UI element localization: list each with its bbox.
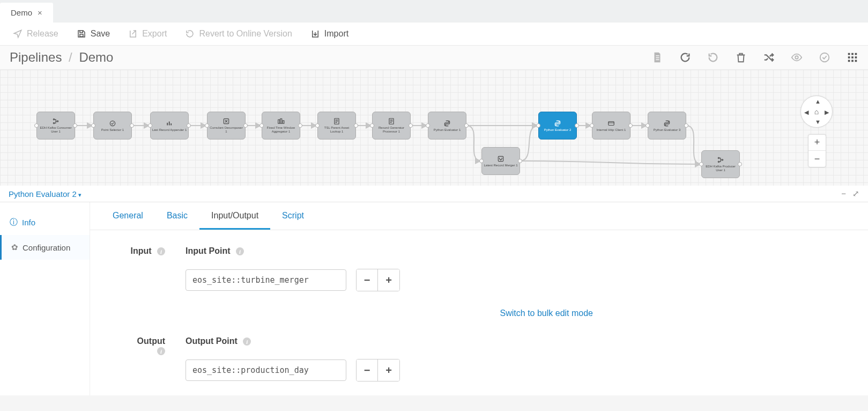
pipeline-node[interactable]: Python Evaluator 2 bbox=[538, 112, 577, 140]
svg-rect-25 bbox=[283, 121, 284, 123]
properties-leftnav: ⓘ Info ✿ Configuration bbox=[0, 202, 90, 395]
port-in[interactable] bbox=[315, 123, 320, 128]
node-label: Python Evaluator 2 bbox=[543, 128, 573, 132]
doc-icon bbox=[387, 118, 396, 125]
validate-icon[interactable] bbox=[819, 52, 830, 63]
properties-title-dropdown[interactable]: Python Evaluator 2 bbox=[9, 189, 81, 199]
remove-output-point-button[interactable]: − bbox=[357, 359, 378, 381]
trash-icon[interactable] bbox=[735, 52, 747, 63]
svg-point-18 bbox=[110, 121, 115, 126]
port-out[interactable] bbox=[130, 123, 134, 128]
add-input-point-button[interactable]: + bbox=[378, 269, 399, 291]
pipeline-node[interactable]: Record Generator Processor 1 bbox=[372, 112, 411, 140]
pipeline-node[interactable]: Point Selector 1 bbox=[93, 112, 132, 140]
zoom-out-button[interactable]: − bbox=[808, 151, 826, 167]
pan-right-icon[interactable]: ▶ bbox=[825, 109, 829, 116]
port-in[interactable] bbox=[91, 123, 95, 128]
pipeline-canvas[interactable]: ▲ ▼ ◀ ▶ ⌂ + − EDH Kafka Consumer User 1P… bbox=[0, 70, 868, 186]
svg-rect-14 bbox=[855, 60, 857, 62]
close-icon[interactable]: × bbox=[38, 8, 42, 17]
remove-input-point-button[interactable]: − bbox=[357, 269, 378, 291]
output-point-field[interactable] bbox=[186, 359, 346, 381]
pan-up-icon[interactable]: ▲ bbox=[815, 98, 821, 105]
home-icon[interactable]: ⌂ bbox=[814, 107, 819, 116]
leftnav-info[interactable]: ⓘ Info bbox=[0, 210, 90, 235]
port-out[interactable] bbox=[738, 162, 742, 166]
document-icon[interactable] bbox=[651, 52, 663, 63]
shuffle-icon[interactable] bbox=[763, 52, 775, 63]
apps-grid-icon[interactable] bbox=[847, 52, 858, 63]
undo-icon[interactable] bbox=[679, 52, 691, 63]
svg-rect-1 bbox=[656, 55, 659, 56]
editor-tab[interactable]: Demo × bbox=[0, 3, 53, 23]
port-in[interactable] bbox=[205, 123, 209, 128]
pipeline-node[interactable]: Python Evaluator 1 bbox=[428, 112, 466, 140]
visibility-icon[interactable] bbox=[791, 52, 803, 63]
input-point-field[interactable] bbox=[186, 269, 346, 291]
port-out[interactable] bbox=[575, 123, 579, 128]
port-out[interactable] bbox=[518, 159, 522, 163]
redo-icon[interactable] bbox=[707, 52, 719, 63]
page-header: Pipelines / Demo bbox=[0, 46, 868, 70]
pan-down-icon[interactable]: ▼ bbox=[815, 119, 821, 125]
port-out[interactable] bbox=[354, 123, 358, 128]
output-point-title: Output Point i bbox=[186, 336, 593, 346]
node-label: Python Evaluator 3 bbox=[652, 128, 682, 132]
revert-button[interactable]: Revert to Online Version bbox=[185, 29, 292, 39]
port-in[interactable] bbox=[34, 123, 39, 128]
bulk-edit-link[interactable]: Switch to bulk edit mode bbox=[186, 309, 593, 318]
port-in[interactable] bbox=[536, 123, 540, 128]
port-out[interactable] bbox=[409, 123, 413, 128]
expand-icon[interactable]: ⤢ bbox=[852, 189, 859, 199]
cancel-icon bbox=[221, 118, 231, 125]
port-out[interactable] bbox=[298, 123, 302, 128]
port-in[interactable] bbox=[148, 123, 152, 128]
port-in[interactable] bbox=[426, 123, 430, 128]
port-in[interactable] bbox=[699, 162, 703, 166]
zoom-in-button[interactable]: + bbox=[808, 135, 826, 151]
info-icon[interactable]: i bbox=[236, 247, 244, 255]
export-icon bbox=[128, 29, 138, 39]
pipeline-node[interactable]: EDH Kafka Producer User 1 bbox=[701, 150, 740, 178]
port-out[interactable] bbox=[628, 123, 633, 128]
save-button[interactable]: Save bbox=[77, 29, 110, 39]
port-in[interactable] bbox=[370, 123, 374, 128]
pipeline-node[interactable]: TSL Parent Asset Lookup 1 bbox=[317, 112, 356, 140]
leftnav-configuration[interactable]: ✿ Configuration bbox=[0, 235, 90, 260]
port-out[interactable] bbox=[73, 123, 77, 128]
port-in[interactable] bbox=[479, 159, 484, 163]
pipeline-node[interactable]: Internal Http Client 1 bbox=[592, 112, 630, 140]
canvas-zoom-widget: + − bbox=[808, 134, 826, 167]
subtab-basic[interactable]: Basic bbox=[155, 202, 199, 230]
port-out[interactable] bbox=[684, 123, 688, 128]
breadcrumb: Pipelines / Demo bbox=[10, 50, 113, 65]
info-icon[interactable]: i bbox=[243, 337, 251, 346]
info-icon[interactable]: i bbox=[157, 247, 165, 255]
pipeline-node[interactable]: EDH Kafka Consumer User 1 bbox=[36, 112, 75, 140]
breadcrumb-root[interactable]: Pipelines bbox=[10, 50, 62, 64]
release-button[interactable]: Release bbox=[13, 29, 58, 39]
pipeline-node[interactable]: Fixed Time Window Aggregator 1 bbox=[262, 112, 300, 140]
add-output-point-button[interactable]: + bbox=[378, 359, 399, 381]
info-icon[interactable]: i bbox=[157, 347, 165, 355]
pan-left-icon[interactable]: ◀ bbox=[804, 109, 808, 116]
port-out[interactable] bbox=[243, 123, 248, 128]
minimize-icon[interactable]: − bbox=[841, 189, 846, 199]
pipeline-node[interactable]: Latest Record Merger 1 bbox=[481, 147, 520, 175]
port-in[interactable] bbox=[590, 123, 594, 128]
port-out[interactable] bbox=[464, 123, 469, 128]
node-label: TSL Parent Asset Lookup 1 bbox=[318, 126, 355, 134]
port-out[interactable] bbox=[187, 123, 191, 128]
pipeline-node[interactable]: Cumulant Decomposer 1 bbox=[207, 112, 246, 140]
subtab-io[interactable]: Input/Output bbox=[199, 202, 270, 230]
pipeline-node[interactable]: Last Record Appender 1 bbox=[150, 112, 189, 140]
svg-rect-20 bbox=[169, 121, 170, 125]
subtab-script[interactable]: Script bbox=[270, 202, 316, 230]
import-button[interactable]: Import bbox=[310, 29, 348, 39]
pipeline-edge bbox=[466, 126, 481, 161]
port-in[interactable] bbox=[646, 123, 650, 128]
subtab-general[interactable]: General bbox=[101, 202, 155, 230]
export-button[interactable]: Export bbox=[128, 29, 167, 39]
port-in[interactable] bbox=[259, 123, 264, 128]
pipeline-node[interactable]: Python Evaluator 3 bbox=[648, 112, 686, 140]
